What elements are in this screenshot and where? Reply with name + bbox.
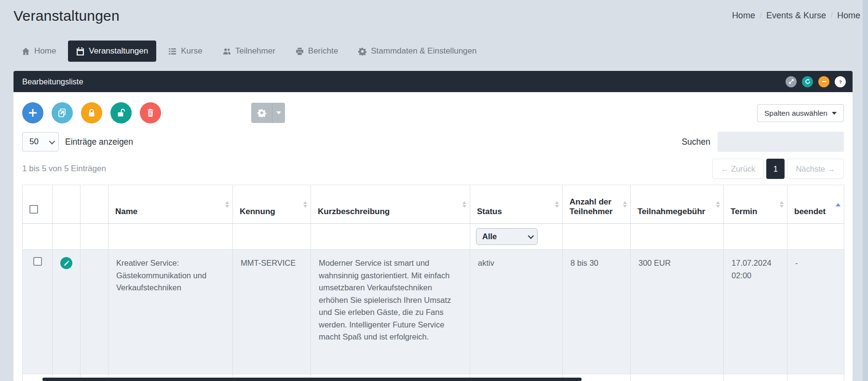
tab-stammdaten-einstellungen[interactable]: Stammdaten & Einstellungen <box>350 41 485 62</box>
tab-home[interactable]: Home <box>14 41 64 62</box>
row-kennung-cell: MMT-SERVICE <box>233 250 311 374</box>
sort-icon <box>780 199 784 210</box>
spare-column-header <box>81 185 108 224</box>
tab-label: Kurse <box>181 46 202 56</box>
tab-label: Veranstaltungen <box>89 46 148 56</box>
gear-icon <box>358 47 366 55</box>
row-beendet-cell: - <box>787 250 844 374</box>
sort-icon <box>716 199 720 210</box>
list-icon <box>168 47 176 55</box>
column-header-name[interactable]: Name <box>108 185 233 224</box>
search-input[interactable] <box>718 132 844 152</box>
row-termin-cell: 17.07.2024 02:00 <box>724 250 787 374</box>
caret-down-icon <box>832 112 837 117</box>
tab-kurse[interactable]: Kurse <box>160 41 210 62</box>
tab-label: Stammdaten & Einstellungen <box>371 46 476 56</box>
refresh-button[interactable] <box>802 76 813 87</box>
row-name-cell: Kreativer Service: Gästekommunikation un… <box>108 250 233 374</box>
sort-icon <box>462 199 466 210</box>
search-area: Suchen <box>682 132 844 152</box>
row-teilnehmer-cell: 8 bis 30 <box>563 250 631 374</box>
tab-berichte[interactable]: Berichte <box>287 41 346 62</box>
edit-column-header <box>53 185 81 224</box>
breadcrumb-item-events-kurse[interactable]: Events & Kurse <box>766 11 826 20</box>
duplicate-button[interactable] <box>52 102 73 123</box>
breadcrumb-separator: / <box>830 11 833 20</box>
home-icon <box>22 47 30 55</box>
column-header-kurzbeschreibung[interactable]: Kurzbeschreibung <box>311 185 470 224</box>
top-bar: Veranstaltungen Home/Events & Kurse/Home <box>14 0 853 24</box>
select-all-header <box>23 185 53 224</box>
question-icon: ? <box>838 79 843 84</box>
column-label: Teilnahmegebühr <box>637 207 705 216</box>
panel-header: Bearbeitungsliste ? <box>14 71 853 92</box>
panel-header-icons: ? <box>786 76 846 87</box>
tab-label: Teilnehmer <box>235 46 275 56</box>
tab-teilnehmer[interactable]: Teilnehmer <box>215 41 284 62</box>
row-status-cell: aktiv <box>470 250 563 374</box>
table-controls-row: 50 Einträge anzeigen Suchen <box>22 132 844 152</box>
panel-title: Bearbeitungsliste <box>22 77 83 86</box>
print-icon <box>296 47 304 55</box>
pagination-next-button[interactable]: Nächste → <box>787 159 844 179</box>
select-all-checkbox[interactable] <box>29 205 38 214</box>
status-filter-value: Alle <box>482 232 497 241</box>
breadcrumb-item-home-2[interactable]: Home <box>837 11 860 20</box>
minus-icon <box>821 79 827 84</box>
lock-open-icon <box>116 108 126 118</box>
edit-row-button[interactable] <box>60 257 72 269</box>
help-button[interactable]: ? <box>835 76 846 87</box>
calendar-icon <box>76 47 84 55</box>
pagination-prev-button[interactable]: ← Zurück <box>712 159 764 179</box>
row-gebuehr-cell: 300 EUR <box>631 250 724 374</box>
main-nav: Home Veranstaltungen Kurse Teilnehmer Be… <box>14 40 853 63</box>
horizontal-scrollbar-thumb[interactable] <box>42 378 582 381</box>
events-table: Name Kennung Kurzbeschreibung Status Anz… <box>22 185 844 381</box>
row-spare-cell <box>81 250 108 374</box>
copy-icon <box>57 108 67 118</box>
collapse-button[interactable] <box>818 76 829 87</box>
sort-icon <box>225 199 229 210</box>
column-label: Anzahl der Teilnehmer <box>570 197 612 216</box>
column-label: Kurzbeschreibung <box>318 207 390 216</box>
lock-button[interactable] <box>81 102 102 123</box>
filter-row: Alle <box>23 224 844 250</box>
breadcrumb-item-home[interactable]: Home <box>732 11 755 20</box>
status-filter-select[interactable]: Alle <box>476 228 538 245</box>
columns-select-button[interactable]: Spalten auswählen <box>757 104 844 122</box>
vertical-scrollbar[interactable] <box>863 0 868 381</box>
column-label: Kennung <box>240 207 275 216</box>
settings-button[interactable] <box>251 103 272 123</box>
delete-button[interactable] <box>140 102 161 123</box>
lock-closed-icon <box>87 108 96 118</box>
column-header-beendet[interactable]: beendet <box>787 185 844 224</box>
column-header-termin[interactable]: Termin <box>724 185 787 224</box>
expand-button[interactable] <box>786 76 797 87</box>
breadcrumb-separator: / <box>760 11 762 20</box>
page-length-select[interactable]: 50 <box>22 132 59 151</box>
tab-veranstaltungen[interactable]: Veranstaltungen <box>68 41 156 62</box>
column-header-kennung[interactable]: Kennung <box>233 185 311 224</box>
refresh-icon <box>805 79 811 84</box>
column-header-teilnahmegebuehr[interactable]: Teilnahmegebühr <box>631 185 724 224</box>
tab-label: Berichte <box>308 46 338 56</box>
sort-icon <box>303 199 307 210</box>
add-button[interactable] <box>22 102 43 123</box>
users-icon <box>223 47 231 55</box>
column-header-anzahl-teilnehmer[interactable]: Anzahl der Teilnehmer <box>563 185 631 224</box>
column-label: Name <box>115 207 137 216</box>
table-row: Kreativer Service: Gästekommunikation un… <box>23 250 844 374</box>
tab-label: Home <box>34 46 56 56</box>
header-row: Name Kennung Kurzbeschreibung Status Anz… <box>23 185 844 224</box>
settings-split-button <box>251 103 285 123</box>
pagination-page-1-button[interactable]: 1 <box>766 159 785 179</box>
unlock-button[interactable] <box>110 102 132 123</box>
settings-dropdown-toggle[interactable] <box>272 103 285 123</box>
pencil-icon <box>64 260 69 266</box>
column-label: Status <box>477 207 502 216</box>
row-select-cell <box>23 250 53 374</box>
svg-text:?: ? <box>839 80 842 84</box>
columns-select-label: Spalten auswählen <box>764 109 827 118</box>
column-header-status[interactable]: Status <box>470 185 563 224</box>
row-checkbox[interactable] <box>33 257 42 266</box>
